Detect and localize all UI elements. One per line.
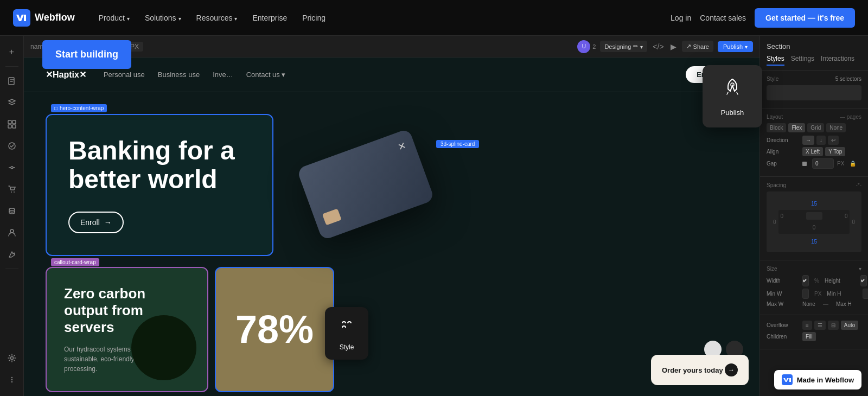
play-icon[interactable]: ▶: [669, 41, 678, 52]
padding-left[interactable]: 0: [781, 213, 784, 219]
style-tooltip-icon: [337, 316, 356, 339]
maxw-dash: —: [823, 301, 828, 307]
sidebar-divider-1: [5, 66, 18, 67]
children-fill-btn[interactable]: Fill: [802, 332, 816, 341]
nav-logo[interactable]: Webflow: [13, 9, 75, 27]
sidebar-layers-icon[interactable]: [2, 93, 22, 112]
align-row: Align X Left Y Top: [767, 147, 861, 156]
svg-rect-4: [8, 125, 11, 128]
sidebar-settings-icon[interactable]: [2, 348, 22, 368]
padding-bottom[interactable]: 0: [813, 225, 816, 231]
spacing-label: Spacing -*-: [767, 182, 861, 188]
nav-item-pricing[interactable]: Pricing: [296, 9, 332, 27]
sidebar-interactions-icon[interactable]: [2, 245, 22, 264]
panel-tab-interactions[interactable]: Interactions: [821, 55, 854, 66]
sidebar-logic-icon[interactable]: [2, 158, 22, 177]
margin-left-value[interactable]: 0: [773, 219, 776, 225]
svg-rect-5: [12, 125, 16, 128]
sidebar-pages-icon[interactable]: [2, 71, 22, 91]
overflow-hidden-btn[interactable]: ≡: [802, 321, 812, 330]
canvas-toolbar: name ··· 1291 PX U: [24, 36, 760, 58]
sidebar-users-icon[interactable]: [2, 223, 22, 242]
overflow-scroll-btn[interactable]: ☰: [814, 321, 826, 330]
align-top-btn[interactable]: Y Top: [825, 147, 845, 156]
canvas-area: name ··· 1291 PX U: [24, 36, 760, 396]
gap-value-input[interactable]: [812, 158, 834, 169]
panel-tabs: Styles Settings Interactions: [760, 50, 868, 71]
login-link[interactable]: Log in: [671, 14, 691, 22]
sidebar-cms-icon[interactable]: [2, 201, 22, 221]
display-block-btn[interactable]: Block: [767, 123, 786, 132]
width-select[interactable]: Auto: [802, 275, 809, 286]
sidebar-add-icon[interactable]: +: [2, 42, 22, 62]
callout-circle-decoration: [131, 315, 196, 380]
site-nav-business[interactable]: Business use: [158, 71, 200, 79]
share-button[interactable]: ↗ Share: [682, 41, 713, 52]
svg-point-7: [11, 191, 12, 193]
code-icon[interactable]: </>: [652, 41, 665, 52]
site-logo: ✕Haptix✕: [46, 69, 86, 80]
percent-card: 78%: [215, 267, 334, 393]
designing-button[interactable]: Designing ✏: [600, 41, 647, 52]
style-tooltip-label: Style: [340, 343, 354, 351]
publish-toolbar-button[interactable]: Publish: [718, 41, 753, 52]
svg-point-8: [14, 191, 15, 193]
nav-item-resources[interactable]: Resources: [190, 9, 244, 27]
padding-right[interactable]: 0: [845, 213, 848, 219]
spacing-diagram: 15 0 0 0 0 0: [767, 191, 861, 252]
site-nav-personal[interactable]: Personal use: [104, 71, 145, 79]
sidebar-more-icon[interactable]: [2, 370, 22, 389]
direction-wrap-btn[interactable]: ↩: [828, 136, 839, 145]
style-selector-input[interactable]: [767, 85, 861, 100]
nav-item-product[interactable]: Product: [92, 9, 136, 27]
panel-tab-styles[interactable]: Styles: [767, 55, 784, 66]
margin-top[interactable]: 15: [773, 198, 855, 208]
minh-input[interactable]: [863, 289, 868, 299]
publish-rocket-icon: [722, 76, 743, 102]
nav-item-enterprise[interactable]: Enterprise: [246, 9, 293, 27]
hero-enroll-button[interactable]: Enroll →: [68, 212, 124, 233]
share-icon: ↗: [686, 43, 691, 50]
nav-item-solutions[interactable]: Solutions: [138, 9, 188, 27]
display-options-row: Block Flex Grid None: [767, 123, 861, 132]
display-flex-btn[interactable]: Flex: [788, 123, 805, 132]
margin-bottom[interactable]: 15: [773, 236, 855, 246]
get-started-button[interactable]: Get started — it's free: [755, 8, 855, 28]
height-select[interactable]: Auto: [860, 275, 867, 286]
sidebar-assets-icon[interactable]: [2, 136, 22, 156]
overflow-auto-btn[interactable]: Auto: [841, 321, 859, 330]
children-label: Children: [767, 334, 799, 340]
minw-input[interactable]: [802, 289, 809, 299]
selectors-count: 5 selectors: [835, 76, 861, 82]
minw-label: Min W: [767, 291, 799, 297]
resources-chevron: [234, 14, 237, 22]
direction-label: Direction: [767, 137, 799, 143]
sidebar-ecommerce-icon[interactable]: [2, 180, 22, 199]
display-grid-btn[interactable]: Grid: [807, 123, 824, 132]
start-building-button[interactable]: Start building: [42, 40, 131, 69]
maxw-value[interactable]: None: [802, 301, 815, 307]
size-chevron[interactable]: [859, 266, 861, 272]
gap-label: Gap: [767, 161, 799, 167]
layout-pages-label: — pages: [840, 114, 861, 120]
margin-right-value[interactable]: 0: [852, 219, 855, 225]
align-left-btn[interactable]: X Left: [802, 147, 823, 156]
panel-tab-settings[interactable]: Settings: [791, 55, 814, 66]
style-tooltip: Style: [325, 307, 368, 360]
direction-right-btn[interactable]: →: [802, 136, 814, 145]
overflow-visible-btn[interactable]: ⊟: [828, 321, 839, 330]
panel-header: Section: [760, 36, 868, 50]
direction-down-btn[interactable]: ↓: [816, 136, 826, 145]
spacing-middle-row: 0 0 0 0 0: [773, 210, 855, 234]
display-none-btn[interactable]: None: [826, 123, 846, 132]
direction-row: Direction → ↓ ↩: [767, 136, 861, 145]
sidebar-components-icon[interactable]: [2, 114, 22, 134]
minh-label: Min H: [827, 291, 859, 297]
svg-point-12: [11, 377, 12, 378]
site-nav-contact[interactable]: Contact us ▾: [246, 71, 286, 79]
made-in-webflow-badge[interactable]: Made in Webflow: [774, 370, 861, 389]
contact-sales-link[interactable]: Contact sales: [700, 14, 746, 22]
align-label: Align: [767, 149, 799, 155]
designing-chevron: [640, 43, 643, 50]
site-nav-inve[interactable]: Inve…: [213, 71, 233, 79]
